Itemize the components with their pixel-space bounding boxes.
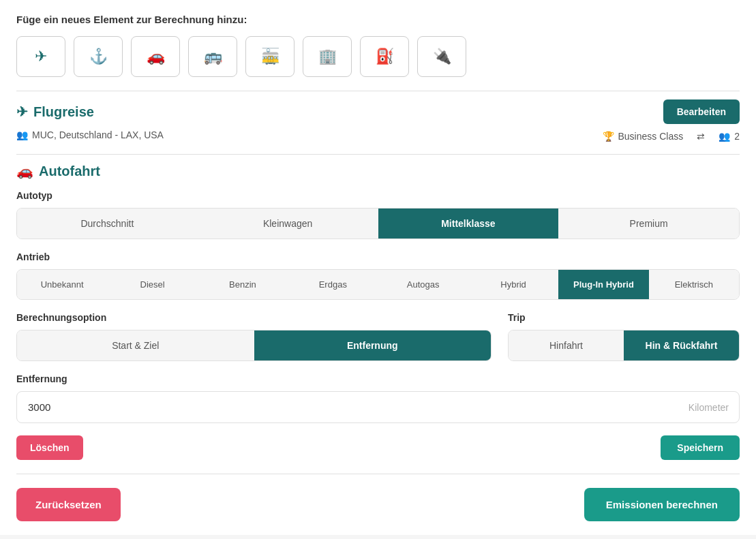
antrieb-toggle-group: Unbekannt Diesel Benzin Erdgas Autogas H… — [16, 269, 740, 300]
flight-section: ✈ Flugreise Bearbeiten 👥 MUC, Deutschlan… — [16, 99, 740, 143]
icon-btn-plug[interactable]: 🔌 — [417, 36, 466, 77]
route-icon: 👥 — [16, 129, 28, 140]
zuruecksetzen-button[interactable]: Zurücksetzen — [16, 488, 121, 521]
icon-btn-train[interactable]: 🚋 — [245, 36, 294, 77]
trip-col: Trip Hinfahrt Hin & Rückfahrt — [508, 312, 740, 361]
antrieb-hybrid[interactable]: Hybrid — [468, 270, 558, 299]
autotyp-durchschnitt[interactable]: Durchschnitt — [17, 209, 198, 238]
icon-btn-gas[interactable]: ⛽ — [360, 36, 409, 77]
autotyp-label: Autotyp — [16, 190, 740, 201]
travel-class-meta: 🏆 Business Class — [603, 131, 684, 142]
car-title-icon: 🚗 — [16, 163, 33, 179]
swap-icon-meta: ⇄ — [697, 131, 705, 142]
speichern-button[interactable]: Speichern — [661, 435, 740, 460]
ship-icon: ⚓ — [89, 48, 108, 65]
icon-btn-car[interactable]: 🚗 — [131, 36, 180, 77]
icon-btn-building[interactable]: 🏢 — [303, 36, 352, 77]
distance-input-wrapper: Kilometer — [16, 391, 740, 423]
entfernung-section: Entfernung Kilometer — [16, 373, 740, 423]
autotyp-kleinwagen[interactable]: Kleinwagen — [198, 209, 378, 238]
passengers-meta: 👥 2 — [719, 131, 740, 142]
passengers-text: 2 — [734, 131, 740, 142]
travel-class-text: Business Class — [618, 131, 684, 142]
bottom-row: Zurücksetzen Emissionen berechnen — [16, 488, 740, 521]
flight-icon: ✈ — [35, 48, 47, 65]
berechnungsoption-label: Berechnungsoption — [16, 312, 492, 323]
passengers-icon: 👥 — [719, 131, 730, 142]
entfernung-label: Entfernung — [16, 373, 740, 384]
loeschen-button[interactable]: Löschen — [16, 435, 83, 460]
section-divider-mid — [16, 154, 740, 155]
trip-hin-rueckfahrt[interactable]: Hin & Rückfahrt — [624, 330, 739, 360]
car-section: 🚗 Autofahrt Autotyp Durchschnitt Kleinwa… — [16, 163, 740, 460]
section-divider-top — [16, 91, 740, 91]
trip-toggle-group: Hinfahrt Hin & Rückfahrt — [508, 330, 740, 361]
trip-hinfahrt[interactable]: Hinfahrt — [509, 330, 624, 360]
car-icon: 🚗 — [147, 48, 165, 65]
bus-icon: 🚌 — [204, 48, 222, 65]
icon-selector-row: ✈ ⚓ 🚗 🚌 🚋 🏢 ⛽ 🔌 — [16, 36, 740, 77]
trophy-icon: 🏆 — [603, 131, 614, 142]
autotyp-mittelklasse[interactable]: Mittelklasse — [378, 209, 559, 238]
train-icon: 🚋 — [261, 48, 279, 65]
plug-icon: 🔌 — [433, 48, 451, 65]
antrieb-diesel[interactable]: Diesel — [107, 270, 197, 299]
car-title-text: Autofahrt — [39, 164, 100, 179]
berechnungs-entfernung[interactable]: Entfernung — [254, 330, 492, 360]
antrieb-plugin-hybrid[interactable]: Plug-In Hybrid — [558, 270, 648, 299]
autotyp-toggle-group: Durchschnitt Kleinwagen Mittelklasse Pre… — [16, 208, 740, 239]
antrieb-label: Antrieb — [16, 251, 740, 262]
berechnungs-start-ziel[interactable]: Start & Ziel — [17, 330, 254, 360]
options-row: Berechnungsoption Start & Ziel Entfernun… — [16, 312, 740, 361]
flight-section-title: ✈ Flugreise — [16, 104, 94, 120]
berechnungsoption-toggle-group: Start & Ziel Entfernung — [16, 330, 492, 361]
action-row: Löschen Speichern — [16, 435, 740, 460]
swap-icon: ⇄ — [697, 131, 705, 142]
car-section-title: 🚗 Autofahrt — [16, 163, 740, 179]
add-element-heading: Füge ein neues Element zur Berechnung hi… — [16, 14, 740, 25]
gas-station-icon: ⛽ — [376, 48, 394, 65]
bottom-divider — [16, 474, 740, 474]
flight-info-row: 👥 MUC, Deutschland - LAX, USA 🏆 Business… — [16, 129, 740, 143]
distance-input[interactable] — [16, 391, 740, 423]
antrieb-unbekannt[interactable]: Unbekannt — [17, 270, 107, 299]
icon-btn-bus[interactable]: 🚌 — [188, 36, 237, 77]
flight-route-text: MUC, Deutschland - LAX, USA — [32, 129, 164, 140]
autotyp-premium[interactable]: Premium — [558, 209, 739, 238]
antrieb-erdgas[interactable]: Erdgas — [288, 270, 378, 299]
icon-btn-ship[interactable]: ⚓ — [74, 36, 123, 77]
flight-title-icon: ✈ — [16, 104, 28, 120]
antrieb-elektrisch[interactable]: Elektrisch — [649, 270, 739, 299]
trip-label: Trip — [508, 312, 740, 323]
building-icon: 🏢 — [318, 48, 337, 65]
emissionen-button[interactable]: Emissionen berechnen — [584, 488, 740, 521]
antrieb-autogas[interactable]: Autogas — [378, 270, 468, 299]
flight-route: 👥 MUC, Deutschland - LAX, USA — [16, 129, 164, 140]
berechnungsoption-col: Berechnungsoption Start & Ziel Entfernun… — [16, 312, 492, 361]
antrieb-benzin[interactable]: Benzin — [198, 270, 288, 299]
bearbeiten-button[interactable]: Bearbeiten — [663, 99, 740, 124]
flight-meta: 🏆 Business Class ⇄ 👥 2 — [603, 131, 740, 142]
flight-title-text: Flugreise — [33, 104, 94, 120]
icon-btn-flight[interactable]: ✈ — [16, 36, 65, 77]
